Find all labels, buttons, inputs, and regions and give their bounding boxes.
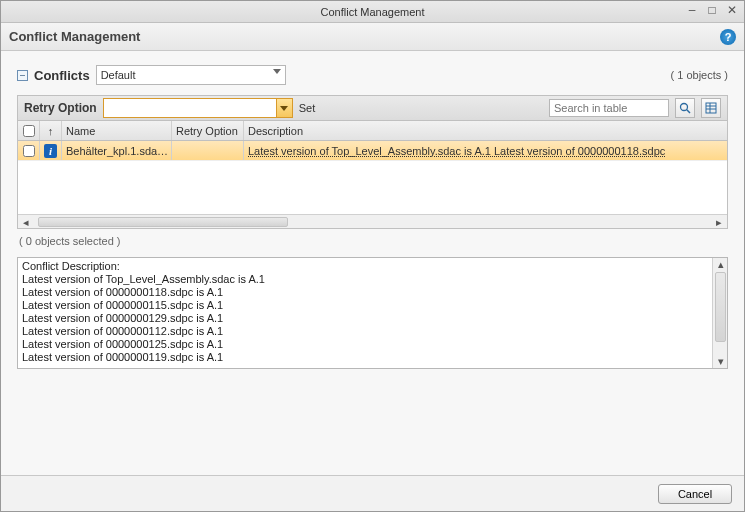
table-toolbar: Retry Option Set — [17, 95, 728, 121]
help-icon[interactable]: ? — [720, 29, 736, 45]
horizontal-scrollbar[interactable]: ◂ ▸ — [18, 214, 727, 228]
name-column-header[interactable]: Name — [62, 121, 172, 140]
table-header: ↑ Name Retry Option Description — [18, 121, 727, 141]
icon-column-header[interactable]: ↑ — [40, 121, 62, 140]
titlebar: Conflict Management – □ ✕ — [1, 1, 744, 23]
retry-column-header[interactable]: Retry Option — [172, 121, 244, 140]
conflicts-category-value: Default — [101, 69, 136, 81]
window-controls: – □ ✕ — [686, 3, 738, 17]
scroll-thumb[interactable] — [38, 217, 288, 227]
scroll-thumb[interactable] — [715, 272, 726, 342]
row-retry — [172, 141, 244, 160]
page-title: Conflict Management — [9, 29, 140, 44]
search-icon[interactable] — [675, 98, 695, 118]
retry-option-label: Retry Option — [24, 101, 97, 115]
svg-line-1 — [687, 110, 690, 113]
maximize-icon[interactable]: □ — [706, 3, 718, 17]
scroll-left-icon[interactable]: ◂ — [20, 216, 32, 228]
window-title: Conflict Management — [321, 6, 425, 18]
chevron-down-icon — [273, 69, 281, 74]
cancel-button[interactable]: Cancel — [658, 484, 732, 504]
close-icon[interactable]: ✕ — [726, 3, 738, 17]
description-column-header[interactable]: Description — [244, 121, 727, 140]
chevron-down-icon — [276, 99, 292, 117]
svg-point-0 — [681, 104, 688, 111]
collapse-toggle-icon[interactable]: – — [17, 70, 28, 81]
search-input[interactable] — [549, 99, 669, 117]
subheader: Conflict Management ? — [1, 23, 744, 51]
selection-status: ( 0 objects selected ) — [19, 235, 728, 247]
dialog-footer: Cancel — [1, 475, 744, 511]
conflicts-section-label: Conflicts — [34, 68, 90, 83]
conflict-description-text: Conflict Description: Latest version of … — [22, 260, 711, 366]
dialog-body: – Conflicts Default ( 1 objects ) Retry … — [1, 51, 744, 475]
minimize-icon[interactable]: – — [686, 3, 698, 17]
row-name: Behälter_kpl.1.sda… — [62, 141, 172, 160]
row-checkbox[interactable] — [18, 141, 40, 160]
retry-option-select[interactable] — [103, 98, 293, 118]
table-row[interactable]: i Behälter_kpl.1.sda… Latest version of … — [18, 141, 727, 161]
conflicts-category-select[interactable]: Default — [96, 65, 286, 85]
conflicts-header-row: – Conflicts Default ( 1 objects ) — [17, 65, 728, 85]
scroll-down-icon[interactable]: ▾ — [715, 356, 726, 367]
scroll-right-icon[interactable]: ▸ — [713, 216, 725, 228]
conflict-description-box: Conflict Description: Latest version of … — [17, 257, 728, 369]
dialog-window: Conflict Management – □ ✕ Conflict Manag… — [0, 0, 745, 512]
scroll-up-icon[interactable]: ▴ — [715, 259, 726, 270]
table-body: i Behälter_kpl.1.sda… Latest version of … — [18, 141, 727, 214]
objects-count-label: ( 1 objects ) — [671, 69, 728, 81]
set-label: Set — [299, 102, 316, 114]
vertical-scrollbar[interactable]: ▴ ▾ — [712, 258, 727, 368]
select-all-checkbox[interactable] — [18, 121, 40, 140]
table-settings-icon[interactable] — [701, 98, 721, 118]
row-icon: i — [40, 141, 62, 160]
svg-rect-2 — [706, 103, 716, 113]
row-description: Latest version of Top_Level_Assembly.sda… — [244, 141, 727, 160]
conflicts-table: ↑ Name Retry Option Description i Behält… — [17, 121, 728, 229]
info-icon: i — [44, 144, 57, 158]
